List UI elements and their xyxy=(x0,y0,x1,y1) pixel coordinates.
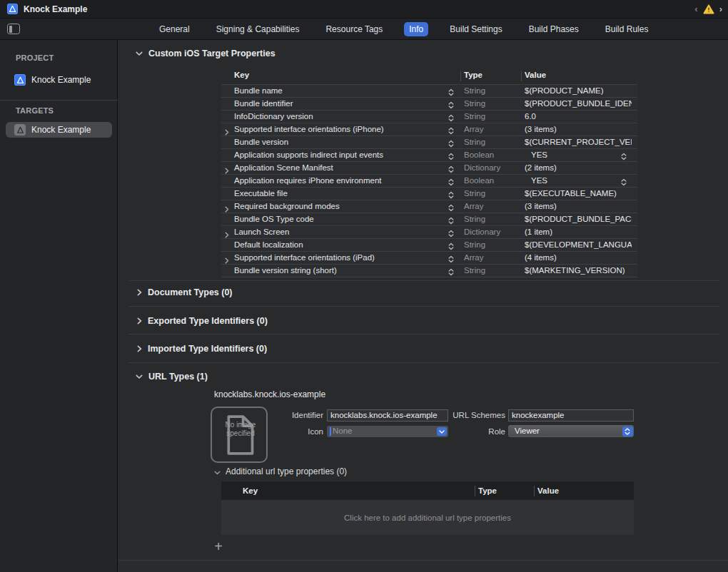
section-divider xyxy=(128,306,719,307)
tab-general[interactable]: General xyxy=(154,22,195,36)
project-item-label: Knock Example xyxy=(31,75,91,85)
property-type[interactable]: Array xyxy=(464,200,483,213)
property-value[interactable]: (4 items) xyxy=(525,252,632,264)
property-type[interactable]: String xyxy=(464,111,485,123)
table-row[interactable]: Bundle OS Type codeString$(PRODUCT_BUNDL… xyxy=(221,213,637,225)
table-row[interactable]: Application Scene ManifestDictionary(2 i… xyxy=(221,161,637,174)
property-type[interactable]: Dictionary xyxy=(464,162,500,174)
property-value[interactable]: $(EXECUTABLE_NAME) xyxy=(525,188,632,200)
property-type[interactable]: String xyxy=(464,265,485,277)
column-separator xyxy=(460,71,461,81)
tab-info[interactable]: Info xyxy=(404,22,428,36)
property-type[interactable]: String xyxy=(464,239,485,251)
icon-label: Icon xyxy=(252,427,323,436)
property-value[interactable]: (3 items) xyxy=(525,123,632,136)
property-value[interactable]: $(CURRENT_PROJECT_VERS xyxy=(525,136,632,148)
property-key: Supported interface orientations (iPhone… xyxy=(234,123,384,136)
chevron-right-icon xyxy=(137,289,142,296)
property-value[interactable]: $(DEVELOPMENT_LANGUAGI xyxy=(525,239,632,251)
property-key: Application supports indirect input even… xyxy=(234,149,383,161)
table-row[interactable]: Launch ScreenDictionary(1 item) xyxy=(221,225,637,238)
property-value[interactable]: $(PRODUCT_NAME) xyxy=(525,85,632,97)
empty-placeholder-text: Click here to add additional url type pr… xyxy=(344,514,511,522)
property-value[interactable]: 6.0 xyxy=(525,111,632,123)
property-value[interactable]: (2 items) xyxy=(525,162,632,174)
table-row[interactable]: Supported interface orientations (iPad)A… xyxy=(221,251,637,264)
target-icon xyxy=(14,124,26,136)
url-type-item-title: knocklabs.knock.ios-example xyxy=(214,389,325,399)
table-row[interactable]: Required background modesArray(3 items) xyxy=(221,200,637,213)
property-value[interactable]: $(PRODUCT_BUNDLE_PACKA xyxy=(525,213,632,225)
property-type[interactable]: String xyxy=(464,188,485,200)
add-url-type-button[interactable]: + xyxy=(211,540,226,554)
target-item-label: Knock Example xyxy=(31,125,91,135)
property-key: Application Scene Manifest xyxy=(234,162,333,174)
property-type[interactable]: Boolean xyxy=(464,175,494,187)
property-value[interactable]: $(PRODUCT_BUNDLE_IDENT xyxy=(525,98,632,110)
tab-signing-capabilities[interactable]: Signing & Capabilities xyxy=(211,22,305,36)
chevron-down-icon xyxy=(136,374,143,379)
table-row[interactable]: Application requires iPhone environmentB… xyxy=(221,174,637,187)
property-value[interactable]: $(MARKETING_VERSION) xyxy=(525,265,632,277)
forward-chevron-icon[interactable]: › xyxy=(719,3,722,16)
table-row[interactable]: Executable fileString$(EXECUTABLE_NAME) xyxy=(221,187,637,200)
property-type[interactable]: Boolean xyxy=(464,149,494,161)
property-type[interactable]: Array xyxy=(464,252,483,264)
table-row[interactable]: Bundle version string (short)String$(MAR… xyxy=(221,264,637,277)
section-header-custom-ios-target-properties[interactable]: Custom iOS Target Properties xyxy=(136,48,275,59)
table-row[interactable]: InfoDictionary versionString6.0 xyxy=(221,110,637,123)
text-cursor xyxy=(330,427,331,436)
column-header-value: Value xyxy=(525,71,546,79)
property-key: Bundle OS Type code xyxy=(234,213,314,225)
property-type[interactable]: Array xyxy=(464,123,483,136)
property-type[interactable]: Dictionary xyxy=(464,226,500,238)
table-row[interactable]: Bundle versionString$(CURRENT_PROJECT_VE… xyxy=(221,136,637,148)
section-header-document-types-0[interactable]: Document Types (0) xyxy=(137,287,233,298)
table-row[interactable]: Supported interface orientations (iPhone… xyxy=(221,123,637,136)
editor-tab-bar: GeneralSigning & CapabilitiesResource Ta… xyxy=(0,19,728,40)
tab-resource-tags[interactable]: Resource Tags xyxy=(320,22,388,36)
property-key: Bundle identifier xyxy=(234,98,293,110)
table-row[interactable]: Default localizationString$(DEVELOPMENT_… xyxy=(221,238,637,251)
property-key: Application requires iPhone environment xyxy=(234,175,381,187)
sidebar-item-target[interactable]: Knock Example xyxy=(6,122,112,138)
properties-table-header: Key Type Value xyxy=(221,68,637,84)
project-sidebar: PROJECT Knock Example TARGETS Knock Exam… xyxy=(0,40,118,572)
sidebar-toggle-icon[interactable] xyxy=(7,24,20,34)
property-value[interactable]: (3 items) xyxy=(525,200,632,213)
additional-properties-header[interactable]: Additional url type properties (0) xyxy=(214,465,347,478)
property-type[interactable]: String xyxy=(464,98,485,110)
section-header-url-types[interactable]: URL Types (1) xyxy=(136,371,208,382)
table-row[interactable]: Bundle nameString$(PRODUCT_NAME) xyxy=(221,84,637,97)
additional-properties-table: Key Type Value Click here to add additio… xyxy=(221,481,634,535)
property-type[interactable]: String xyxy=(464,136,485,148)
property-type[interactable]: String xyxy=(464,213,485,225)
property-key: Default localization xyxy=(234,239,303,251)
tab-build-rules[interactable]: Build Rules xyxy=(600,22,654,36)
warning-badge-icon[interactable] xyxy=(703,4,714,14)
targets-section-label: TARGETS xyxy=(16,106,54,115)
property-key: InfoDictionary version xyxy=(234,111,313,123)
icon-combo-box[interactable]: None xyxy=(327,426,448,437)
back-chevron-icon[interactable]: ‹ xyxy=(694,3,697,16)
property-value[interactable]: (1 item) xyxy=(525,226,632,238)
url-schemes-field[interactable]: knockexample xyxy=(508,409,634,422)
table-row[interactable]: Bundle identifierString$(PRODUCT_BUNDLE_… xyxy=(221,97,637,110)
table-row[interactable]: Application supports indirect input even… xyxy=(221,148,637,161)
section-header-imported-type-identifiers-0[interactable]: Imported Type Identifiers (0) xyxy=(137,343,267,354)
property-type[interactable]: String xyxy=(464,85,485,97)
properties-table: Key Type Value Bundle nameString$(PRODUC… xyxy=(221,68,637,277)
xcode-window: Knock Example ‹ › GeneralSigning & Capab… xyxy=(0,0,728,572)
stepper-icon[interactable] xyxy=(448,267,454,280)
role-popup-button[interactable]: Viewer xyxy=(508,425,634,437)
section-header-exported-type-identifiers-0[interactable]: Exported Type Identifiers (0) xyxy=(137,315,268,327)
additional-table-empty-area[interactable]: Click here to add additional url type pr… xyxy=(221,500,634,535)
identifier-field[interactable]: knocklabs.knock.ios-example xyxy=(327,409,448,422)
window-title: Knock Example xyxy=(24,4,87,14)
column-header-type: Type xyxy=(478,486,497,495)
bottom-strip xyxy=(118,561,728,572)
sidebar-item-project[interactable]: Knock Example xyxy=(6,72,112,88)
url-schemes-label: URL Schemes xyxy=(434,411,505,419)
tab-build-phases[interactable]: Build Phases xyxy=(524,22,584,36)
tab-build-settings[interactable]: Build Settings xyxy=(445,22,507,36)
